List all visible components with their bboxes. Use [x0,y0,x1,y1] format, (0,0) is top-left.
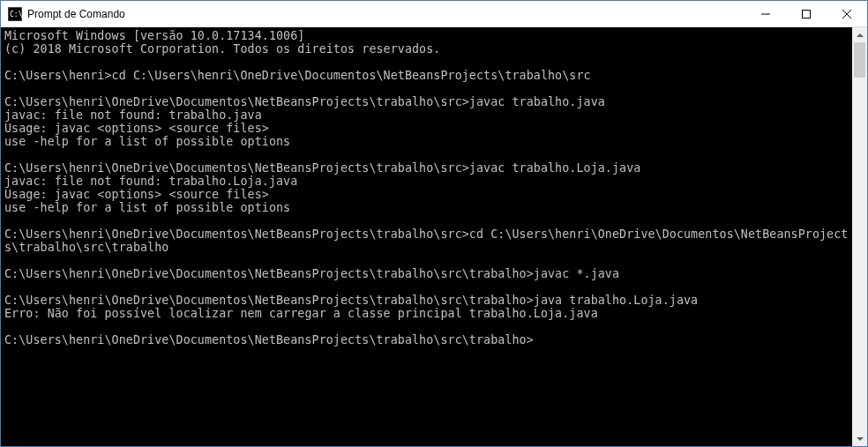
svg-marker-6 [857,34,864,37]
window-title: Prompt de Comando [27,8,745,20]
svg-marker-7 [857,437,864,441]
terminal-line [4,214,849,227]
terminal-line [4,148,849,161]
client-area: Microsoft Windows [versão 10.0.17134.100… [1,27,867,446]
terminal-line: Erro: Não foi possível localizar nem car… [4,307,849,320]
terminal-line: Microsoft Windows [versão 10.0.17134.100… [4,29,849,42]
scroll-down-button[interactable] [852,431,867,446]
terminal-line [4,56,849,69]
terminal-line [4,82,849,95]
terminal-line [4,280,849,294]
terminal-line: C:\Users\henri\OneDrive\Documentos\NetBe… [4,95,849,108]
terminal-line: C:\Users\henri>cd C:\Users\henri\OneDriv… [4,69,849,82]
svg-text:C:\: C:\ [10,11,22,19]
terminal-line: C:\Users\henri\OneDrive\Documentos\NetBe… [4,333,849,346]
close-button[interactable] [827,1,867,26]
terminal-line: use -help for a list of possible options [4,135,849,148]
terminal-line: Usage: javac <options> <source files> [4,188,849,201]
terminal-line: (c) 2018 Microsoft Corporation. Todos os… [4,42,849,56]
terminal-output[interactable]: Microsoft Windows [versão 10.0.17134.100… [1,27,852,446]
terminal-line: javac: file not found: trabalho.Loja.jav… [4,175,849,188]
terminal-line: C:\Users\henri\OneDrive\Documentos\NetBe… [4,161,849,175]
scroll-thumb[interactable] [854,42,865,78]
cmd-icon: C:\ [8,7,22,21]
titlebar[interactable]: C:\ Prompt de Comando [1,1,867,27]
minimize-button[interactable] [745,1,786,26]
scroll-track[interactable] [852,42,867,431]
svg-rect-3 [803,10,811,18]
terminal-line: javac: file not found: trabalho.java [4,108,849,122]
scroll-up-button[interactable] [852,27,867,42]
maximize-button[interactable] [786,1,827,26]
terminal-line [4,320,849,333]
terminal-line: C:\Users\henri\OneDrive\Documentos\NetBe… [4,294,849,307]
terminal-line: use -help for a list of possible options [4,201,849,214]
terminal-line: C:\Users\henri\OneDrive\Documentos\NetBe… [4,267,849,280]
terminal-line [4,254,849,267]
terminal-line: Usage: javac <options> <source files> [4,122,849,135]
vertical-scrollbar[interactable] [852,27,867,446]
terminal-line: C:\Users\henri\OneDrive\Documentos\NetBe… [4,227,849,254]
window-controls [745,1,867,26]
